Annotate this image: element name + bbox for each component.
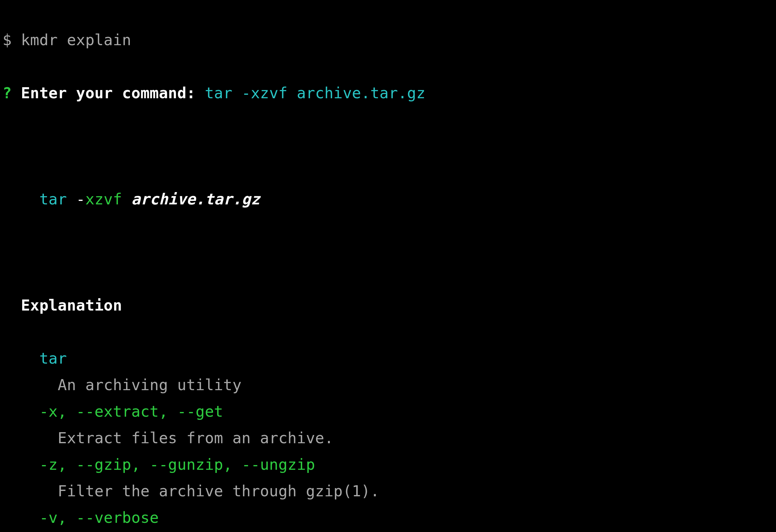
explain-desc: An archiving utility bbox=[58, 376, 242, 394]
question-input[interactable]: tar -xzvf archive.tar.gz bbox=[205, 84, 425, 102]
explain-desc-line: Verbosely list files processed. bbox=[3, 531, 773, 532]
explain-desc-line: Extract files from an archive. bbox=[3, 424, 773, 451]
echo-arg: archive.tar.gz bbox=[131, 190, 260, 208]
prompt-line: $ kmdr explain bbox=[3, 26, 773, 53]
explain-desc-line: An archiving utility bbox=[3, 371, 773, 398]
echo-sp1 bbox=[67, 190, 76, 208]
explain-token-line: -z, --gzip, --gunzip, --ungzip bbox=[3, 451, 773, 478]
prompt-symbol: $ bbox=[3, 31, 21, 49]
blank-line bbox=[3, 133, 773, 159]
echo-indent bbox=[3, 190, 39, 208]
explain-token: -v, --verbose bbox=[39, 509, 159, 526]
terminal-output: $ kmdr explain ? Enter your command: tar… bbox=[0, 0, 776, 532]
echo-flags: xzvf bbox=[85, 190, 122, 208]
explain-token: -x, --extract, --get bbox=[39, 402, 223, 420]
explain-token-line: -v, --verbose bbox=[3, 504, 773, 531]
echo-cmd: tar bbox=[39, 190, 67, 208]
echo-line: tar -xzvf archive.tar.gz bbox=[3, 186, 773, 212]
question-line: ? Enter your command: tar -xzvf archive.… bbox=[3, 79, 773, 106]
echo-dash: - bbox=[76, 190, 85, 208]
explain-desc-indent bbox=[3, 376, 58, 394]
explain-token-line: tar bbox=[3, 345, 773, 371]
question-mark: ? bbox=[3, 84, 12, 102]
explain-token: -z, --gzip, --gunzip, --ungzip bbox=[39, 456, 315, 473]
question-label: Enter your command: bbox=[12, 84, 205, 102]
explain-token-indent bbox=[3, 509, 39, 526]
explanation-indent bbox=[3, 296, 21, 314]
prompt-command: kmdr explain bbox=[21, 31, 131, 49]
explain-token: tar bbox=[39, 349, 67, 367]
explanation-label: Explanation bbox=[21, 296, 122, 314]
explain-desc-line: Filter the archive through gzip(1). bbox=[3, 478, 773, 504]
explain-token-indent bbox=[3, 402, 39, 420]
explain-token-indent bbox=[3, 349, 39, 367]
echo-sp2 bbox=[122, 190, 131, 208]
explanation-list: tar An archiving utility -x, --extract, … bbox=[3, 345, 773, 532]
explain-desc: Extract files from an archive. bbox=[58, 429, 334, 447]
explain-token-indent bbox=[3, 456, 39, 473]
explain-desc-indent bbox=[3, 429, 58, 447]
explain-token-line: -x, --extract, --get bbox=[3, 398, 773, 424]
explain-desc-indent bbox=[3, 482, 58, 500]
explanation-header: Explanation bbox=[3, 292, 773, 319]
explain-desc: Filter the archive through gzip(1). bbox=[58, 482, 379, 500]
blank-line bbox=[3, 239, 773, 265]
